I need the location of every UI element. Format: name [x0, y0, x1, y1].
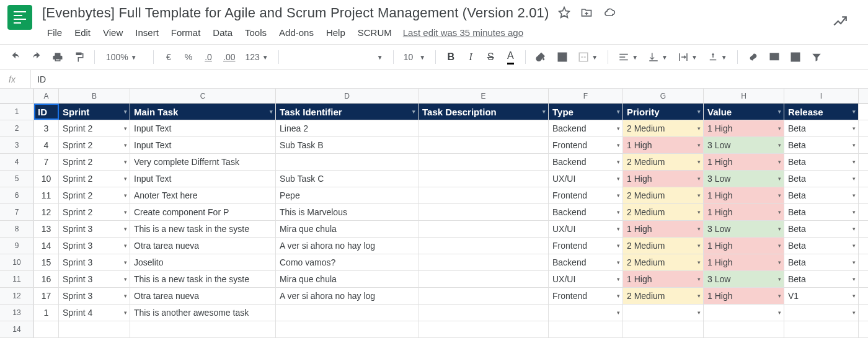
font-size-select[interactable]: 10▼ [401, 52, 428, 62]
filter-icon[interactable]: ▾ [542, 109, 546, 115]
insert-comment-button[interactable] [766, 48, 782, 66]
move-folder-icon[interactable] [580, 6, 593, 20]
cell[interactable] [418, 271, 549, 287]
cell[interactable]: Value▾ [704, 104, 784, 120]
cell[interactable]: UX/UI▾ [549, 271, 623, 287]
cell[interactable]: 1 High▾ [704, 154, 784, 170]
cell[interactable]: Sprint 2▾ [59, 137, 130, 153]
dropdown-icon[interactable]: ▾ [852, 159, 856, 165]
dropdown-icon[interactable]: ▾ [124, 209, 127, 215]
filter-icon[interactable]: ▾ [852, 109, 856, 115]
cloud-status-icon[interactable] [603, 6, 616, 20]
dropdown-icon[interactable]: ▾ [698, 142, 701, 148]
cell[interactable]: 1 High▾ [623, 137, 704, 153]
dropdown-icon[interactable]: ▾ [778, 310, 781, 316]
dropdown-icon[interactable]: ▾ [852, 142, 856, 148]
filter-icon[interactable]: ▾ [124, 109, 127, 115]
cell[interactable]: Sub Task C [276, 171, 418, 187]
row-header[interactable]: 12 [0, 288, 34, 304]
cell[interactable]: Backend▾ [549, 120, 623, 136]
select-all-corner[interactable] [0, 89, 34, 103]
cell[interactable]: Type▾ [549, 104, 623, 120]
cell[interactable]: Sprint▾ [59, 104, 130, 120]
text-color-button[interactable]: A [503, 48, 518, 66]
fill-color-button[interactable] [533, 48, 549, 66]
cell[interactable] [59, 321, 130, 337]
cell[interactable] [418, 238, 549, 254]
cell[interactable]: Beta▾ [784, 120, 859, 136]
cell[interactable] [549, 321, 623, 337]
dropdown-icon[interactable]: ▾ [124, 142, 127, 148]
cell[interactable]: Frontend▾ [549, 238, 623, 254]
cell[interactable] [418, 204, 549, 220]
cell[interactable]: 1 High▾ [623, 271, 704, 287]
cell[interactable] [418, 221, 549, 237]
cell[interactable] [623, 321, 704, 337]
dropdown-icon[interactable]: ▾ [778, 293, 781, 299]
dropdown-icon[interactable]: ▾ [698, 192, 701, 198]
dropdown-icon[interactable]: ▾ [698, 209, 701, 215]
dropdown-icon[interactable]: ▾ [852, 226, 856, 232]
dropdown-icon[interactable]: ▾ [617, 293, 620, 299]
menu-edit[interactable]: Edit [69, 25, 95, 40]
cell[interactable]: 3 Low▾ [704, 171, 784, 187]
cell[interactable]: ▾ [784, 305, 859, 321]
cell[interactable]: Sprint 4▾ [59, 305, 130, 321]
cell[interactable]: Release▾ [784, 104, 859, 120]
dropdown-icon[interactable]: ▾ [852, 209, 856, 215]
insert-chart-button[interactable] [787, 48, 804, 66]
cell[interactable]: Sprint 2▾ [59, 154, 130, 170]
cell[interactable]: Frontend▾ [549, 137, 623, 153]
vertical-align-button[interactable]: ▼ [645, 51, 670, 63]
dropdown-icon[interactable]: ▾ [124, 226, 127, 232]
filter-icon[interactable]: ▾ [617, 109, 620, 115]
dropdown-icon[interactable]: ▾ [124, 159, 127, 165]
filter-icon[interactable]: ▾ [412, 109, 415, 115]
cell[interactable] [784, 321, 859, 337]
cell[interactable]: Beta▾ [784, 254, 859, 270]
dropdown-icon[interactable]: ▾ [852, 176, 856, 182]
formula-bar[interactable]: fx ID [0, 70, 868, 89]
cell[interactable]: Frontend▾ [549, 187, 623, 203]
currency-button[interactable]: € [161, 48, 176, 66]
cell[interactable]: Create component For P [130, 204, 276, 220]
dropdown-icon[interactable]: ▾ [698, 226, 701, 232]
cell[interactable]: Sprint 2▾ [59, 120, 130, 136]
column-header[interactable]: C [130, 89, 276, 103]
dropdown-icon[interactable]: ▾ [778, 142, 781, 148]
cell[interactable] [276, 305, 418, 321]
cell[interactable] [276, 321, 418, 337]
row-header[interactable]: 3 [0, 137, 34, 153]
cell[interactable] [418, 254, 549, 270]
dropdown-icon[interactable]: ▾ [124, 243, 127, 249]
print-button[interactable] [50, 48, 66, 66]
percent-button[interactable]: % [181, 48, 196, 66]
dropdown-icon[interactable]: ▾ [617, 243, 620, 249]
menu-format[interactable]: Format [166, 25, 206, 40]
cell[interactable]: Task Identifier▾ [276, 104, 418, 120]
dropdown-icon[interactable]: ▾ [617, 226, 620, 232]
column-header[interactable]: F [549, 89, 623, 103]
cell[interactable]: A ver si ahora no hay log [276, 288, 418, 304]
row-header[interactable]: 14 [0, 321, 34, 337]
cell[interactable]: Otra tarea nueva [130, 288, 276, 304]
dropdown-icon[interactable]: ▾ [778, 125, 781, 131]
cell[interactable]: 2 Medium▾ [623, 254, 704, 270]
cell[interactable] [130, 321, 276, 337]
filter-icon[interactable]: ▾ [698, 109, 701, 115]
cell[interactable]: ▾ [623, 305, 704, 321]
dropdown-icon[interactable]: ▾ [617, 142, 620, 148]
dropdown-icon[interactable]: ▾ [617, 209, 620, 215]
dropdown-icon[interactable]: ▾ [124, 192, 127, 198]
cell[interactable]: Input Text [130, 120, 276, 136]
cell[interactable]: 16 [34, 271, 59, 287]
cell[interactable] [276, 154, 418, 170]
dropdown-icon[interactable]: ▾ [698, 310, 701, 316]
row-header[interactable]: 8 [0, 221, 34, 237]
cell[interactable]: 11 [34, 187, 59, 203]
cell[interactable] [418, 305, 549, 321]
menu-scrum[interactable]: SCRUM [353, 25, 397, 40]
column-header[interactable]: E [418, 89, 549, 103]
activity-trend-icon[interactable] [832, 14, 848, 32]
document-title[interactable]: [Evenbytes] Full Template for Agile and … [42, 5, 549, 21]
